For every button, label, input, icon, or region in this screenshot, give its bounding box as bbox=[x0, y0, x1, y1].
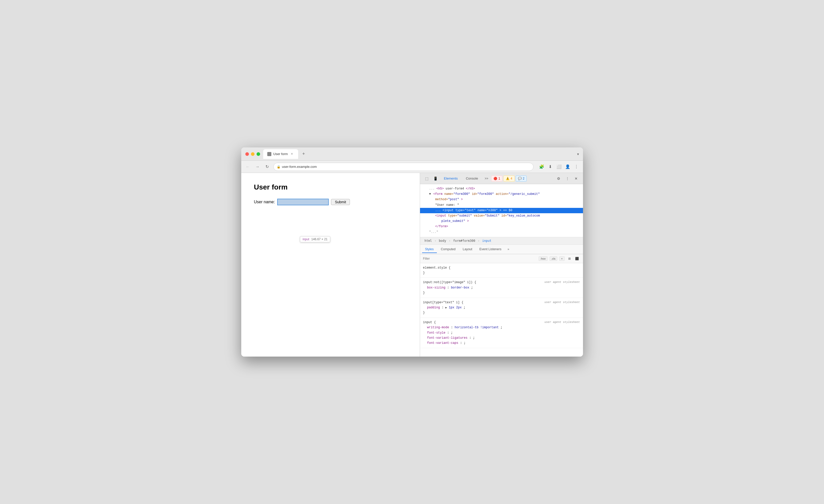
page-title: User form bbox=[254, 183, 407, 191]
css-close: } bbox=[423, 310, 580, 315]
breadcrumb-bar: html › body › form#form300 › input bbox=[420, 237, 583, 244]
username-input[interactable] bbox=[278, 199, 328, 205]
devtools-panel: ⬚ 📱 Elements Console >> 🔴 1 ⚠️ 4 💬 2 bbox=[420, 173, 583, 357]
form-label: User name: bbox=[254, 200, 275, 204]
styles-panel: element.style { } user agent stylesheet … bbox=[420, 263, 583, 357]
traffic-lights bbox=[245, 152, 260, 156]
devtools-tabs: ⬚ 📱 Elements Console >> 🔴 1 ⚠️ 4 💬 2 bbox=[420, 173, 583, 184]
dom-line-selected[interactable]: ... <input type="text" name="n300" > == … bbox=[420, 208, 583, 213]
toggle-sidebar-button[interactable]: ⬛ bbox=[574, 256, 580, 262]
tab-elements[interactable]: Elements bbox=[440, 175, 461, 182]
settings-button[interactable]: ⚙ bbox=[555, 175, 562, 182]
breadcrumb-form[interactable]: form#form300 bbox=[452, 238, 477, 243]
submit-button[interactable]: Submit bbox=[331, 199, 350, 205]
info-count: 2 bbox=[523, 177, 525, 180]
css-selector-line: user agent stylesheet input[type="text" … bbox=[423, 300, 580, 305]
dom-line[interactable]: method="post" > bbox=[420, 197, 583, 202]
tab-close-button[interactable]: ✕ bbox=[290, 152, 294, 156]
new-style-rule-button[interactable]: ⊞ bbox=[567, 256, 572, 262]
subtab-styles[interactable]: Styles bbox=[422, 246, 437, 253]
styles-filter-input[interactable] bbox=[423, 257, 537, 261]
close-devtools-button[interactable]: ✕ bbox=[572, 175, 580, 182]
reload-button[interactable]: ↻ bbox=[264, 163, 271, 170]
forward-button[interactable]: → bbox=[254, 163, 261, 170]
url-text: user-form.example.com bbox=[282, 165, 317, 169]
error-badge[interactable]: 🔴 1 bbox=[491, 176, 502, 182]
css-prop-line: writing-mode : horizontal-tb !important … bbox=[423, 325, 580, 330]
warning-icon: ⚠️ bbox=[506, 177, 510, 180]
dom-line[interactable]: <input type="submit" value="Submit" id="… bbox=[420, 213, 583, 219]
address-bar: ← → ↻ 🔒 user-form.example.com 🧩 ⬇ ⬜ 👤 ⋮ bbox=[241, 161, 583, 173]
dom-line[interactable]: "..." bbox=[420, 229, 583, 235]
tooltip-size: 146.67 × 21 bbox=[311, 237, 328, 241]
css-close: } bbox=[423, 290, 580, 295]
dom-line[interactable]: ▼ <form name="form300" id="form300" acti… bbox=[420, 192, 583, 197]
tabs-bar: User form ✕ + ▾ bbox=[263, 149, 579, 159]
css-origin: user agent stylesheet bbox=[544, 300, 580, 305]
css-selector-line: user agent stylesheet input:not([type="i… bbox=[423, 280, 580, 285]
error-count: 1 bbox=[498, 177, 500, 180]
device-toggle-button[interactable]: 📱 bbox=[432, 175, 439, 182]
css-prop-line: padding : ▶ 1px 2px ; bbox=[423, 305, 580, 310]
css-rule-input: user agent stylesheet input { writing-mo… bbox=[420, 318, 583, 348]
hov-button[interactable]: :hov bbox=[539, 256, 547, 261]
breadcrumb-html[interactable]: html bbox=[423, 238, 433, 243]
form-row: User name: Submit bbox=[254, 199, 407, 205]
tooltip-tag: input bbox=[303, 237, 309, 241]
css-prop-line: box-sizing : border-box ; bbox=[423, 285, 580, 290]
subtab-computed[interactable]: Computed bbox=[438, 246, 459, 253]
css-close: } bbox=[423, 270, 580, 276]
inspect-element-button[interactable]: ⬚ bbox=[423, 175, 431, 182]
dom-line[interactable]: </form> bbox=[420, 224, 583, 229]
breadcrumb-body[interactable]: body bbox=[437, 238, 448, 243]
subtab-layout[interactable]: Layout bbox=[459, 246, 476, 253]
subtabs-bar: Styles Computed Layout Event Listeners » bbox=[420, 244, 583, 254]
info-badge[interactable]: 💬 2 bbox=[516, 176, 527, 182]
css-rule-element-style: element.style { } bbox=[420, 263, 583, 278]
tab-menu-button[interactable]: ▾ bbox=[577, 152, 579, 156]
css-selector-line: user agent stylesheet input { bbox=[423, 320, 580, 325]
css-prop-line: font-variant-caps : ; bbox=[423, 340, 580, 345]
css-rule-input-not-image: user agent stylesheet input:not([type="i… bbox=[420, 278, 583, 298]
dom-line[interactable]: plete_submit" > bbox=[420, 219, 583, 224]
page-content: User form User name: Submit input 146.67… bbox=[241, 173, 420, 357]
close-button[interactable] bbox=[245, 152, 249, 156]
add-style-button[interactable]: + bbox=[559, 256, 564, 261]
url-bar[interactable]: 🔒 user-form.example.com bbox=[274, 163, 533, 171]
split-view-button[interactable]: ⬜ bbox=[555, 163, 562, 170]
devtools-actions: ⚙ ⋮ ✕ bbox=[555, 175, 580, 182]
more-tabs[interactable]: >> bbox=[483, 176, 490, 181]
warning-count: 4 bbox=[511, 177, 512, 180]
profile-button[interactable]: 👤 bbox=[564, 163, 571, 170]
more-button[interactable]: ⋮ bbox=[573, 163, 580, 170]
devtools-more-button[interactable]: ⋮ bbox=[563, 175, 571, 182]
dom-line[interactable]: "User name: " bbox=[420, 203, 583, 208]
css-rule-input-text: user agent stylesheet input[type="text" … bbox=[420, 298, 583, 318]
css-selector: input { bbox=[423, 321, 436, 324]
tab-console[interactable]: Console bbox=[462, 175, 482, 182]
tab-title: User form bbox=[274, 152, 288, 156]
new-tab-button[interactable]: + bbox=[300, 150, 307, 158]
css-selector: element.style { bbox=[423, 265, 580, 270]
download-button[interactable]: ⬇ bbox=[547, 163, 554, 170]
breadcrumb-input[interactable]: input bbox=[481, 238, 493, 243]
subtab-more[interactable]: » bbox=[505, 246, 511, 252]
css-prop-line: font-variant-ligatures : ; bbox=[423, 335, 580, 340]
css-origin: user agent stylesheet bbox=[544, 280, 580, 285]
subtab-event-listeners[interactable]: Event Listeners bbox=[477, 246, 504, 253]
warning-badge[interactable]: ⚠️ 4 bbox=[503, 176, 515, 182]
browser-actions: 🧩 ⬇ ⬜ 👤 ⋮ bbox=[538, 163, 580, 170]
active-tab[interactable]: User form ✕ bbox=[263, 149, 298, 159]
secure-icon: 🔒 bbox=[277, 165, 281, 169]
tab-favicon-icon bbox=[267, 152, 271, 156]
css-rules: element.style { } user agent stylesheet … bbox=[420, 263, 583, 353]
dom-line[interactable]: ... <h5> user-form4 </h5> bbox=[420, 186, 583, 192]
cls-button[interactable]: .cls bbox=[549, 256, 557, 261]
extensions-button[interactable]: 🧩 bbox=[538, 163, 545, 170]
filter-bar: :hov .cls + ⊞ ⬛ bbox=[420, 254, 583, 263]
main-area: User form User name: Submit input 146.67… bbox=[241, 173, 583, 357]
back-button[interactable]: ← bbox=[244, 163, 251, 170]
maximize-button[interactable] bbox=[256, 152, 260, 156]
minimize-button[interactable] bbox=[251, 152, 254, 156]
dom-tree: ... <h5> user-form4 </h5> ▼ <form name="… bbox=[420, 184, 583, 237]
